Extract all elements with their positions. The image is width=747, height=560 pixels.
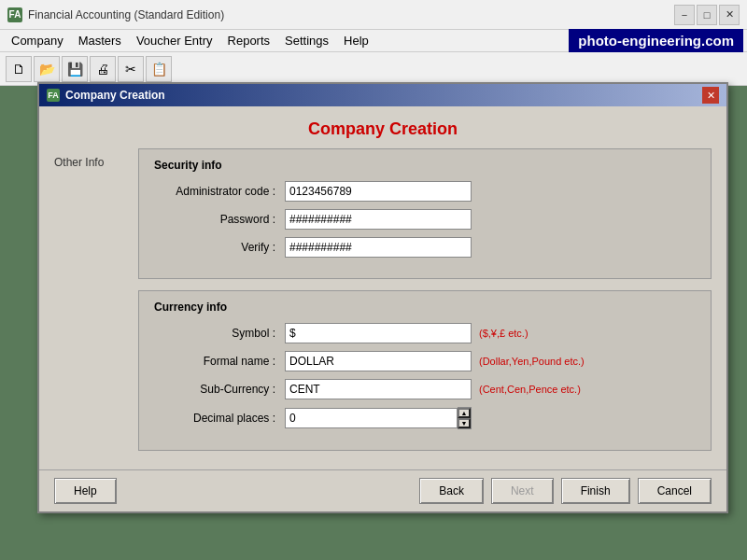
toolbar-paste[interactable]: 📋 [146, 56, 172, 82]
decimal-spinner: ▲ ▼ [285, 407, 472, 429]
app-window: FA Financial Accounting (Standard Editio… [0, 0, 747, 86]
toolbar-open[interactable]: 📂 [34, 56, 60, 82]
dialog-content: Other Info Security info Administrator c… [54, 148, 712, 462]
security-section-title: Security info [154, 159, 696, 172]
dialog-body: Company Creation Other Info Security inf… [39, 106, 726, 469]
sub-currency-input[interactable] [285, 379, 472, 399]
app-icon: FA [7, 7, 22, 22]
maximize-button[interactable]: □ [697, 5, 717, 25]
currency-section-title: Currency info [154, 301, 696, 314]
toolbar: 🗋 📂 💾 🖨 ✂ 📋 [0, 52, 747, 86]
dialog-titlebar: FA Company Creation ✕ [39, 84, 726, 106]
symbol-label: Symbol : [154, 327, 275, 340]
minimize-button[interactable]: − [674, 5, 695, 25]
decimal-places-input[interactable] [285, 408, 458, 428]
symbol-row: Symbol : ($,¥,£ etc.) [154, 323, 696, 343]
menu-masters[interactable]: Masters [71, 32, 129, 49]
toolbar-cut[interactable]: ✂ [118, 56, 144, 82]
toolbar-new[interactable]: 🗋 [6, 56, 32, 82]
verify-label: Verify : [154, 241, 275, 254]
formal-name-row: Formal name : (Dollar,Yen,Pound etc.) [154, 351, 696, 371]
close-button[interactable]: ✕ [719, 5, 740, 25]
spinner-up-button[interactable]: ▲ [458, 408, 471, 418]
form-area: Security info Administrator code : Passw… [138, 148, 712, 462]
dialog-footer: Help Back Next Finish Cancel [39, 469, 726, 511]
currency-section: Currency info Symbol : ($,¥,£ etc.) Form… [138, 290, 712, 451]
password-label: Password : [154, 213, 275, 226]
password-input[interactable] [285, 209, 472, 230]
dialog-title: Company Creation [65, 89, 165, 102]
spinner-down-button[interactable]: ▼ [458, 418, 471, 428]
toolbar-save[interactable]: 💾 [62, 56, 88, 82]
dialog-icon: FA [47, 89, 60, 102]
dialog-close-button[interactable]: ✕ [702, 87, 719, 104]
title-bar: FA Financial Accounting (Standard Editio… [0, 0, 747, 30]
help-button[interactable]: Help [54, 478, 117, 504]
sub-currency-label: Sub-Currency : [154, 383, 275, 396]
company-creation-dialog: FA Company Creation ✕ Company Creation O… [37, 82, 728, 513]
menu-voucher-entry[interactable]: Voucher Entry [129, 32, 220, 49]
toolbar-print[interactable]: 🖨 [90, 56, 116, 82]
app-title: Financial Accounting (Standard Edition) [28, 8, 674, 21]
other-info-label: Other Info [54, 148, 138, 462]
verify-row: Verify : [154, 237, 696, 258]
menu-reports[interactable]: Reports [220, 32, 278, 49]
menu-bar: Company Masters Voucher Entry Reports Se… [0, 30, 747, 52]
window-controls: − □ ✕ [674, 5, 740, 25]
next-button[interactable]: Next [491, 478, 554, 504]
formal-name-input[interactable] [285, 351, 472, 371]
verify-input[interactable] [285, 237, 472, 258]
dialog-heading: Company Creation [54, 119, 712, 139]
decimal-places-label: Decimal places : [154, 412, 275, 425]
sub-currency-row: Sub-Currency : (Cent,Cen,Pence etc.) [154, 379, 696, 399]
finish-button[interactable]: Finish [561, 478, 630, 504]
menu-company[interactable]: Company [4, 32, 71, 49]
decimal-places-row: Decimal places : ▲ ▼ [154, 407, 696, 429]
back-button[interactable]: Back [419, 478, 484, 504]
admin-code-row: Administrator code : [154, 181, 696, 202]
admin-code-label: Administrator code : [154, 185, 275, 198]
security-section: Security info Administrator code : Passw… [138, 148, 712, 279]
sub-currency-hint: (Cent,Cen,Pence etc.) [479, 384, 581, 395]
formal-name-label: Formal name : [154, 355, 275, 368]
formal-name-hint: (Dollar,Yen,Pound etc.) [479, 356, 585, 367]
menu-help[interactable]: Help [336, 32, 376, 49]
branding-text: photo-engineering.com [569, 29, 743, 52]
password-row: Password : [154, 209, 696, 230]
menu-settings[interactable]: Settings [277, 32, 336, 49]
symbol-input[interactable] [285, 323, 472, 343]
symbol-hint: ($,¥,£ etc.) [479, 328, 529, 339]
admin-code-input[interactable] [285, 181, 472, 202]
cancel-button[interactable]: Cancel [638, 478, 712, 504]
spinner-buttons: ▲ ▼ [458, 407, 472, 429]
